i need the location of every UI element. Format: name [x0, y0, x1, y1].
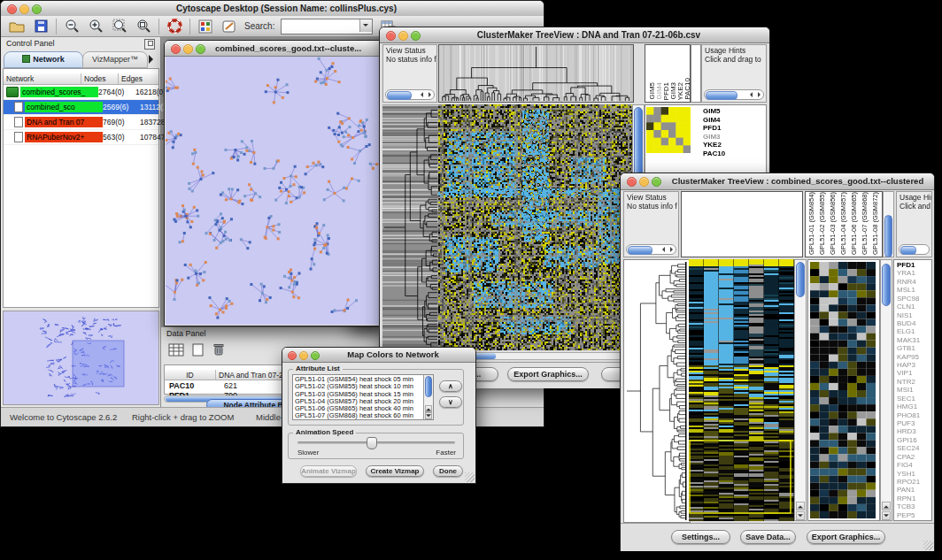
animate-vizmap-button[interactable]: Animate Vizmap	[300, 465, 357, 477]
new-attribute-icon[interactable]	[189, 341, 206, 357]
export-graphics-button[interactable]: Export Graphics...	[807, 530, 885, 544]
gene-label[interactable]: SPC98	[897, 295, 920, 303]
zoom-selected-icon[interactable]	[111, 19, 128, 35]
dialog-titlebar[interactable]: Map Colors to Network	[282, 348, 475, 363]
save-icon[interactable]	[32, 19, 50, 35]
gene-label[interactable]: NIS1	[897, 311, 920, 319]
network-row[interactable]: combined_sco2569(6)13112(15)	[4, 100, 158, 115]
done-button[interactable]: Done	[433, 465, 463, 477]
column-header[interactable]: ID	[165, 370, 216, 380]
save-data-button[interactable]: Save Data...	[740, 530, 796, 544]
gene-label[interactable]: HMG1	[897, 403, 920, 410]
tv2-zoom-vscrollbar[interactable]	[880, 259, 892, 521]
scroll-up-icon[interactable]	[882, 502, 891, 510]
treeview1-titlebar[interactable]: ClusterMaker TreeView : DNA and Tran 07-…	[380, 27, 769, 43]
network-canvas[interactable]	[166, 57, 382, 325]
gene-label[interactable]: CPA2	[897, 453, 920, 461]
tv1-usage-scrollbar[interactable]	[704, 89, 764, 100]
tv2-collabel-scrollbar[interactable]	[883, 191, 894, 257]
gene-label[interactable]: KAP95	[897, 353, 920, 361]
scroll-left-icon[interactable]	[745, 91, 753, 98]
column-header[interactable]: Edges	[119, 73, 158, 85]
attribute-list-item[interactable]: GPL51-03 (GSM856) heat shock 15 min	[295, 391, 422, 398]
gene-label[interactable]: PUF3	[897, 419, 920, 427]
tv2-status-scrollbar[interactable]	[626, 244, 676, 255]
move-up-button[interactable]: ∧	[439, 380, 462, 392]
resize-grip[interactable]	[465, 472, 475, 482]
zoom-in-icon[interactable]	[87, 19, 104, 35]
attribute-listbox[interactable]: GPL51-01 (GSM854) heat shock 05 minGPL51…	[292, 374, 434, 420]
network-row[interactable]: combined_scores_2764(0)16218(0)	[4, 85, 158, 100]
tv1-row-label[interactable]: PFD1	[703, 124, 725, 133]
column-header[interactable]: Nodes	[81, 73, 119, 85]
gene-label[interactable]: CLN1	[897, 303, 920, 311]
network-row[interactable]: DNA and Tran 07769(0)183728(0)	[4, 115, 158, 130]
scroll-right-icon[interactable]	[667, 246, 675, 253]
gene-label[interactable]: PFD1	[897, 261, 920, 269]
attribute-list-scrollbar[interactable]	[423, 375, 433, 419]
zoom-window-icon[interactable]	[652, 177, 661, 187]
tv1-row-label[interactable]: GIM3	[703, 133, 725, 142]
settings-button[interactable]: Settings...	[671, 530, 730, 544]
attribute-list-item[interactable]: GPL51-01 (GSM854) heat shock 05 min	[295, 376, 422, 383]
scrollbar-thumb[interactable]	[796, 262, 805, 297]
gene-label[interactable]: YSH1	[897, 470, 920, 478]
minimize-icon[interactable]	[398, 31, 408, 41]
scrollbar-thumb[interactable]	[425, 376, 432, 397]
scroll-left-icon[interactable]	[658, 246, 666, 253]
gene-label[interactable]: PAN1	[897, 486, 920, 494]
tv1-row-label[interactable]: YKE2	[703, 141, 725, 150]
gene-label[interactable]: TCB3	[897, 502, 920, 510]
gene-label[interactable]: GPI16	[897, 436, 920, 444]
scroll-down-icon[interactable]	[882, 511, 891, 520]
attribute-select-icon[interactable]	[167, 341, 185, 357]
gene-label[interactable]: HRD3	[897, 427, 920, 435]
move-down-button[interactable]: ∨	[439, 396, 462, 408]
tv1-row-label[interactable]: GIM5	[703, 107, 725, 116]
zoom-fit-icon[interactable]	[135, 19, 152, 35]
tv2-vscrollbar[interactable]	[794, 259, 807, 521]
gene-label[interactable]: MON2	[897, 519, 920, 521]
scroll-up-icon[interactable]	[796, 502, 805, 510]
gene-label[interactable]: VIP1	[897, 369, 920, 377]
close-icon[interactable]	[288, 351, 297, 360]
gene-label[interactable]: MAK31	[897, 336, 920, 344]
main-titlebar[interactable]: Cytoscape Desktop (Session Name: collins…	[1, 1, 544, 17]
tv2-column-dendrogram-area[interactable]	[681, 191, 803, 257]
scroll-left-icon[interactable]	[416, 91, 424, 98]
minimize-icon[interactable]	[639, 177, 649, 187]
gene-label[interactable]: FIG4	[897, 461, 920, 469]
tv2-row-dendrogram-canvas[interactable]	[623, 259, 691, 523]
tv1-row-label[interactable]: GIM4	[703, 116, 725, 125]
delete-attribute-icon[interactable]	[210, 341, 228, 357]
zoom-out-icon[interactable]	[63, 19, 81, 35]
tab-vizmapper[interactable]: VizMapper™	[82, 51, 148, 68]
attribute-list-item[interactable]: GPL51-04 (GSM857) heat shock 20 min	[295, 398, 422, 405]
close-icon[interactable]	[7, 4, 17, 14]
help-icon[interactable]	[166, 19, 183, 35]
scrollbar-thumb[interactable]	[706, 91, 737, 100]
tv1-row-label[interactable]: PAC10	[703, 150, 725, 158]
annotation-icon[interactable]	[220, 19, 238, 35]
scroll-right-icon[interactable]	[425, 91, 433, 98]
treeview2-titlebar[interactable]: ClusterMaker TreeView : combined_scores_…	[621, 173, 934, 190]
speed-slider-thumb[interactable]	[367, 437, 377, 449]
gene-label[interactable]: RPO21	[897, 478, 920, 486]
tv1-heatmap-canvas[interactable]	[438, 104, 632, 350]
gene-label[interactable]: GTB1	[897, 344, 920, 352]
gene-label[interactable]: MSL1	[897, 286, 920, 294]
gene-label[interactable]: RPN1	[897, 495, 920, 502]
vizmapper-icon[interactable]	[197, 19, 214, 35]
tv2-usage-scrollbar[interactable]	[899, 244, 930, 255]
tv1-row-dendrogram-canvas[interactable]	[382, 104, 438, 350]
attribute-list-item[interactable]: GPL51-07 (GSM868) heat shock 60 min	[295, 412, 422, 419]
gene-label[interactable]: BUD4	[897, 319, 920, 327]
gene-label[interactable]: PEP5	[897, 511, 920, 519]
export-graphics-button[interactable]: Export Graphics...	[507, 367, 589, 381]
close-icon[interactable]	[386, 31, 396, 41]
scrollbar-thumb[interactable]	[387, 91, 412, 100]
create-vizmap-button[interactable]: Create Vizmap	[366, 465, 424, 477]
scrollbar-thumb[interactable]	[882, 264, 891, 306]
scroll-down-icon[interactable]	[425, 412, 432, 419]
column-header[interactable]: Network	[4, 73, 81, 85]
